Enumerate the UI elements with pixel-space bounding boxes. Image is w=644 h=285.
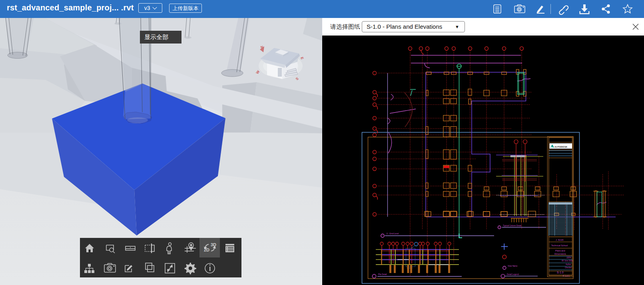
svg-text:Author: Author [566,263,571,265]
svg-text:100%: 100% [566,257,571,259]
svg-text:Checker: Checker [565,267,572,269]
svg-text:Typical Column Detail: Typical Column Detail [503,225,521,227]
svg-text:J. Smith: J. Smith [556,239,564,241]
svg-text:Detail Legend: Detail Legend [507,273,519,275]
svg-text:Plans and: Plans and [555,249,565,252]
svg-text:Dimensions: Dimensions [554,253,566,255]
svg-text:View Name: View Name [508,265,518,267]
svg-text:3D: 3D [211,242,216,247]
svg-text:AUTODESK: AUTODESK [554,146,568,148]
svg-text:05 June 2023: 05 June 2023 [562,260,573,262]
svg-text:S-1.0: S-1.0 [557,271,564,274]
svg-text:Pile Detail: Pile Detail [378,273,387,275]
svg-text:Technical School: Technical School [551,244,568,247]
svg-text:0 - Grnd Level: 0 - Grnd Level [387,233,399,235]
svg-text:P. 1 of 1: P. 1 of 1 [563,275,570,277]
